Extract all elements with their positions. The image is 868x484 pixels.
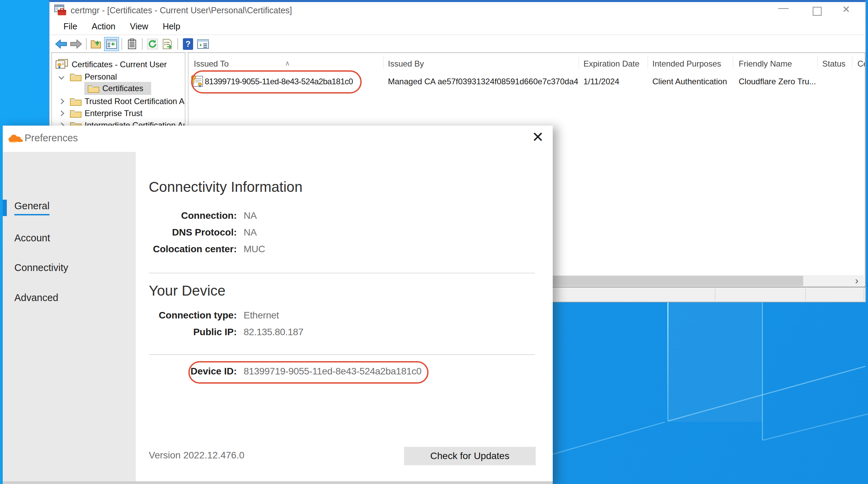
section-divider <box>149 273 535 273</box>
connection-type-value: Ethernet <box>244 310 279 324</box>
folder-icon <box>87 84 100 93</box>
dns-protocol-label: DNS Protocol: <box>149 227 237 241</box>
chevron-right-icon[interactable] <box>59 111 64 116</box>
status-bar-section-divider <box>715 289 715 300</box>
connection-row: Connection: NA <box>149 210 538 224</box>
column-divider[interactable] <box>383 56 384 69</box>
menu-file[interactable]: File <box>57 18 84 34</box>
sidebar-item-label: General <box>14 200 49 215</box>
chevron-right-icon[interactable] <box>59 99 64 104</box>
column-issued-by[interactable]: Issued By <box>388 59 424 69</box>
cell-issued-by: Managed CA ae57f03931324f08591d660e7c370… <box>388 77 578 86</box>
menu-help[interactable]: Help <box>156 18 187 34</box>
column-issued-to[interactable]: Issued To <box>194 59 229 69</box>
window-title: certmgr - [Certificates - Current User\P… <box>71 5 292 15</box>
column-divider[interactable] <box>579 56 579 69</box>
status-bar-section-divider <box>864 289 864 300</box>
folder-icon <box>70 97 82 106</box>
dialog-title: Preferences <box>25 132 78 144</box>
column-status[interactable]: Status <box>822 59 845 69</box>
public-ip-value: 82.135.80.187 <box>244 327 303 340</box>
sidebar-item-account[interactable]: Account <box>14 228 50 247</box>
connection-value: NA <box>244 210 257 224</box>
up-one-level-icon[interactable] <box>89 37 104 51</box>
dialog-bottom-edge <box>3 481 553 484</box>
cloudflare-logo-icon <box>8 134 23 144</box>
connectivity-information-heading: Connectivity Information <box>149 179 303 195</box>
scroll-right-icon[interactable]: › <box>850 275 863 287</box>
light-beam <box>549 422 665 456</box>
column-expiration-date[interactable]: Expiration Date <box>583 59 639 69</box>
column-divider[interactable] <box>817 56 818 69</box>
cell-friendly-name: Cloudflare Zero Tru... <box>739 77 816 86</box>
toolbar-separator <box>142 38 143 50</box>
menu-view[interactable]: View <box>124 18 155 34</box>
chevron-down-icon[interactable] <box>59 74 64 80</box>
selected-tab-accent-bar <box>3 200 7 216</box>
tree-item-trusted-root[interactable]: Trusted Root Certification Au <box>59 95 185 108</box>
menu-action[interactable]: Action <box>85 18 122 34</box>
minimize-button[interactable]: — <box>773 2 794 18</box>
section-divider <box>149 354 535 355</box>
light-beam <box>762 302 763 440</box>
light-beam <box>763 413 868 441</box>
tree-item-personal[interactable]: Personal <box>59 71 117 83</box>
show-console-tree-icon[interactable] <box>104 37 119 51</box>
connection-type-label: Connection type: <box>149 310 237 324</box>
folder-icon <box>70 109 82 118</box>
status-bar-section-divider <box>805 289 806 300</box>
clipboard-icon[interactable] <box>125 37 140 51</box>
column-headers: ∧ Issued To Issued By Expiration Date In… <box>188 53 865 71</box>
folder-icon <box>70 72 82 82</box>
sidebar-item-label: Connectivity <box>14 262 68 273</box>
tree-item-certificates-current-user[interactable]: Certificates - Current User <box>55 58 167 71</box>
version-text: Version 2022.12.476.0 <box>149 450 244 461</box>
public-ip-label: Public IP: <box>149 327 237 340</box>
column-divider[interactable] <box>733 56 733 69</box>
toolbar-separator <box>177 38 178 50</box>
certmgr-app-icon <box>54 4 67 16</box>
close-button[interactable]: ✕ <box>836 2 856 18</box>
tree-item-label: Trusted Root Certification Au <box>85 97 185 106</box>
sidebar-item-label: Advanced <box>14 292 58 303</box>
toolbar-separator <box>121 38 122 50</box>
colocation-center-value: MUC <box>244 244 265 257</box>
dialog-close-icon[interactable]: ✕ <box>532 129 544 145</box>
screen: certmgr - [Certificates - Current User\P… <box>0 0 868 484</box>
sidebar-item-connectivity[interactable]: Connectivity <box>14 258 68 277</box>
public-ip-row: Public IP: 82.135.80.187 <box>149 327 538 340</box>
your-device-heading: Your Device <box>149 283 226 299</box>
sort-ascending-icon: ∧ <box>285 59 290 67</box>
cell-expiration-date: 1/11/2024 <box>583 77 619 86</box>
new-window-icon[interactable] <box>196 37 211 51</box>
maximize-button[interactable] <box>813 7 822 16</box>
forward-icon[interactable] <box>69 37 84 51</box>
sidebar-item-label: Account <box>14 232 50 244</box>
tree-item-certificates[interactable]: Certificates <box>87 82 143 95</box>
toolbar: ? <box>49 36 865 53</box>
menu-bar: File Action View Help <box>49 18 865 35</box>
check-for-updates-button[interactable]: Check for Updates <box>404 447 536 465</box>
title-bar[interactable]: certmgr - [Certificates - Current User\P… <box>49 2 865 18</box>
preferences-sidebar: General Account Connectivity Advanced <box>3 152 136 484</box>
light-beam <box>667 302 668 421</box>
export-list-icon[interactable] <box>160 37 175 51</box>
cell-intended-purposes: Client Authentication <box>652 77 727 86</box>
tree-item-label: Personal <box>85 72 117 82</box>
help-icon[interactable]: ? <box>180 37 196 51</box>
tree-item-enterprise-trust[interactable]: Enterprise Trust <box>59 107 142 119</box>
column-friendly-name[interactable]: Friendly Name <box>739 59 792 69</box>
sidebar-item-general[interactable]: General <box>14 198 49 217</box>
preferences-dialog: Preferences ✕ General Account Connectivi… <box>3 126 553 484</box>
annotation-oval-issued-to <box>191 70 362 94</box>
light-beam <box>667 302 763 422</box>
column-divider[interactable] <box>648 56 648 69</box>
back-icon[interactable] <box>54 37 69 51</box>
sidebar-item-advanced[interactable]: Advanced <box>14 288 58 307</box>
column-certificate[interactable]: Ce <box>857 59 865 69</box>
connection-label: Connection: <box>149 210 237 224</box>
refresh-icon[interactable] <box>145 37 160 51</box>
toolbar-separator <box>86 38 87 50</box>
column-divider[interactable] <box>852 56 852 69</box>
column-intended-purposes[interactable]: Intended Purposes <box>652 59 721 69</box>
